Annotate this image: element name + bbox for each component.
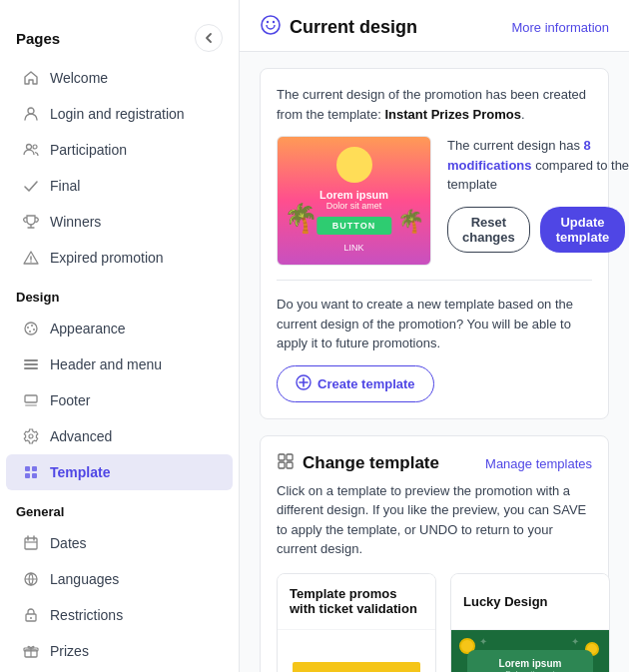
sidebar-label: Winners	[50, 214, 101, 230]
lucky-inner-card: Lorem ipsum Dolor sit amet BUTTON LINK	[467, 650, 593, 673]
sidebar-item-login[interactable]: Login and registration	[6, 96, 233, 132]
update-template-button[interactable]: Update template	[540, 207, 625, 253]
sidebar-item-welcome[interactable]: Welcome	[6, 60, 233, 96]
sidebar-item-appearance[interactable]: Appearance	[6, 311, 233, 346]
thumb-text-area: Lorem ipsum Dolor sit amet	[278, 189, 430, 211]
svg-point-24	[30, 617, 32, 619]
sidebar-label: Dates	[50, 535, 87, 551]
sidebar-label: Languages	[50, 571, 119, 587]
svg-point-4	[30, 261, 32, 263]
sidebar-item-prizes[interactable]: Prizes	[6, 633, 233, 669]
sidebar-label: Footer	[50, 392, 90, 408]
sidebar-label: Header and menu	[50, 356, 162, 372]
svg-point-8	[33, 329, 35, 331]
template-card-header: Template promos with ticket validation	[278, 574, 435, 630]
footer-icon	[22, 391, 40, 409]
svg-rect-15	[25, 466, 30, 471]
users-icon	[22, 141, 40, 159]
check-icon	[22, 177, 40, 195]
svg-rect-10	[24, 359, 38, 361]
sidebar-item-restrictions[interactable]: Restrictions	[6, 597, 233, 633]
more-info-link[interactable]: More information	[511, 20, 609, 35]
sidebar-title: Pages	[16, 30, 60, 47]
sidebar-item-template[interactable]: Template	[6, 454, 233, 490]
current-design-section: The current design of the promotion has …	[260, 68, 609, 419]
trophy-icon	[22, 213, 40, 231]
thumb-link: LINK	[343, 243, 363, 253]
menu-icon	[22, 355, 40, 373]
sidebar-label: Prizes	[50, 643, 89, 659]
design-info: The current design has 8 modifications c…	[447, 136, 629, 253]
create-template-button[interactable]: Create template	[277, 365, 434, 402]
design-preview-row: 🌴 🌴 Lorem ipsum Dolor sit amet BUTTON LI…	[277, 136, 592, 266]
svg-rect-38	[279, 462, 285, 468]
svg-rect-39	[287, 462, 293, 468]
sidebar-item-advanced[interactable]: Advanced	[6, 418, 233, 454]
change-template-desc: Click on a template to preview the promo…	[277, 481, 592, 559]
sidebar-item-winners[interactable]: Winners	[6, 204, 233, 240]
reset-changes-button[interactable]: Reset changes	[447, 207, 530, 253]
thumb-button: BUTTON	[316, 217, 391, 235]
main-body: The current design of the promotion has …	[240, 52, 629, 672]
svg-point-6	[27, 327, 29, 329]
chevron-left-icon	[203, 32, 215, 44]
svg-point-30	[262, 16, 280, 34]
sidebar-label: Welcome	[50, 70, 108, 86]
svg-point-7	[31, 325, 33, 327]
template-card-ticket[interactable]: Template promos with ticket validation B…	[277, 573, 436, 673]
create-template-description: Do you want to create a new template bas…	[277, 295, 592, 353]
change-template-section: Change template Manage templates Click o…	[260, 435, 609, 673]
current-design-description: The current design of the promotion has …	[277, 85, 592, 124]
change-template-icon	[277, 452, 295, 475]
svg-point-0	[28, 108, 34, 114]
svg-rect-16	[32, 466, 37, 471]
design-info-text: The current design has 8 modifications c…	[447, 136, 629, 195]
sidebar-label: Expired promotion	[50, 250, 164, 266]
user-icon	[22, 105, 40, 123]
main-title: Current design	[260, 14, 417, 41]
thumb-dolor: Dolor sit amet	[278, 201, 430, 211]
sidebar-label: Login and registration	[50, 106, 185, 122]
settings-icon	[22, 427, 40, 445]
sidebar-item-languages[interactable]: Languages	[6, 561, 233, 597]
design-thumbnail: 🌴 🌴 Lorem ipsum Dolor sit amet BUTTON LI…	[277, 136, 431, 266]
lock-icon	[22, 606, 40, 624]
manage-templates-link[interactable]: Manage templates	[485, 456, 592, 471]
template-button-preview: BUTTON	[293, 662, 420, 673]
sidebar-item-dates[interactable]: Dates	[6, 525, 233, 561]
language-icon	[22, 570, 40, 588]
lucky-dolor: Dolor sit amet	[481, 669, 579, 673]
calendar-icon	[22, 534, 40, 552]
svg-rect-37	[287, 454, 293, 460]
change-template-title: Change template	[277, 452, 439, 475]
templates-row: Template promos with ticket validation B…	[277, 573, 592, 673]
design-action-buttons: Reset changes Update template ↑	[447, 207, 629, 253]
change-template-header: Change template Manage templates	[277, 452, 592, 475]
svg-point-32	[273, 21, 275, 23]
plus-icon	[296, 374, 312, 393]
sidebar-item-final[interactable]: Final	[6, 168, 233, 204]
svg-rect-18	[32, 473, 37, 478]
design-icon	[260, 14, 282, 41]
gift-icon	[22, 642, 40, 660]
sidebar-item-expired[interactable]: Expired promotion	[6, 240, 233, 276]
sidebar-item-header[interactable]: Header and menu	[6, 346, 233, 382]
svg-rect-13	[25, 395, 37, 402]
lucky-thumbnail: Lorem ipsum Dolor sit amet BUTTON LINK ✦…	[451, 630, 609, 673]
lucky-lorem: Lorem ipsum	[481, 658, 579, 669]
sidebar-collapse-button[interactable]	[195, 24, 223, 52]
sun-decoration	[336, 147, 372, 183]
sidebar-label: Participation	[50, 142, 127, 158]
section-divider	[277, 280, 592, 281]
template-thumbnail: BUTTON LINK	[278, 630, 435, 673]
sidebar-item-participation[interactable]: Participation	[6, 132, 233, 168]
sidebar-label: Advanced	[50, 428, 112, 444]
sparkle-decor: ✦	[479, 636, 487, 647]
sidebar-item-footer[interactable]: Footer	[6, 382, 233, 418]
sidebar: Pages Welcome Login and registration Par…	[0, 0, 240, 672]
template-icon	[22, 463, 40, 481]
sidebar-header: Pages	[0, 12, 239, 60]
arrow-indicator: ↑	[625, 214, 629, 245]
svg-point-5	[25, 323, 37, 335]
template-card-lucky[interactable]: Lucky Design Lorem ipsum Dolor sit amet …	[450, 573, 610, 673]
